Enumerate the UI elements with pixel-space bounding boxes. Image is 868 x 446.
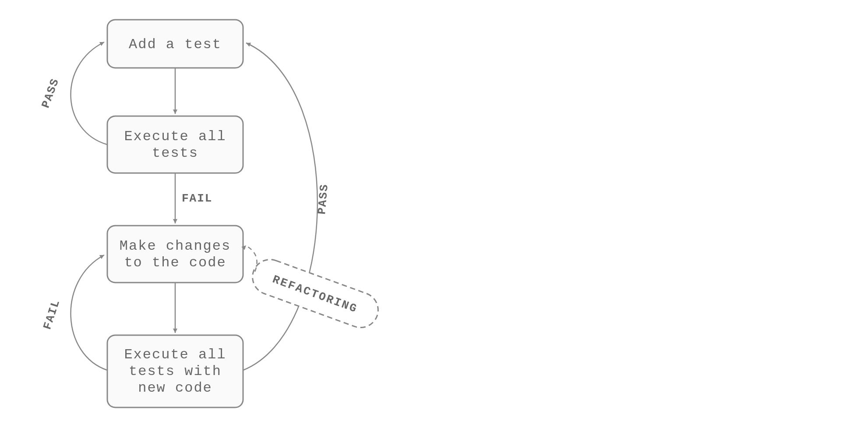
label-fail-bottom: FAIL [41, 298, 63, 331]
node-execute-new-line3: new code [138, 380, 212, 396]
label-pass-right: PASS [315, 183, 331, 215]
tdd-flowchart: Add a test Execute all tests PASS FAIL M… [0, 0, 868, 446]
node-execute-tests: Execute all tests [107, 116, 243, 173]
node-execute-tests-line1: Execute all [124, 128, 226, 145]
node-add-test: Add a test [107, 20, 243, 68]
node-execute-new-tests: Execute all tests with new code [107, 335, 243, 407]
node-make-changes-line1: Make changes [120, 238, 231, 254]
node-execute-new-line1: Execute all [124, 347, 226, 363]
arrow-pass-n2-n1 [71, 42, 107, 145]
label-fail-mid: FAIL [182, 192, 212, 205]
node-make-changes-line2: to the code [124, 255, 226, 271]
label-pass-top: PASS [39, 76, 62, 110]
arrow-fail-n4-n3 [71, 255, 107, 370]
node-refactoring: REFACTORING [247, 255, 383, 333]
arrow-pass-n4-n1 [243, 43, 318, 370]
node-execute-tests-line2: tests [152, 145, 198, 161]
node-add-test-label: Add a test [129, 36, 222, 53]
node-make-changes: Make changes to the code [107, 226, 243, 283]
node-execute-new-line2: tests with [129, 363, 222, 379]
